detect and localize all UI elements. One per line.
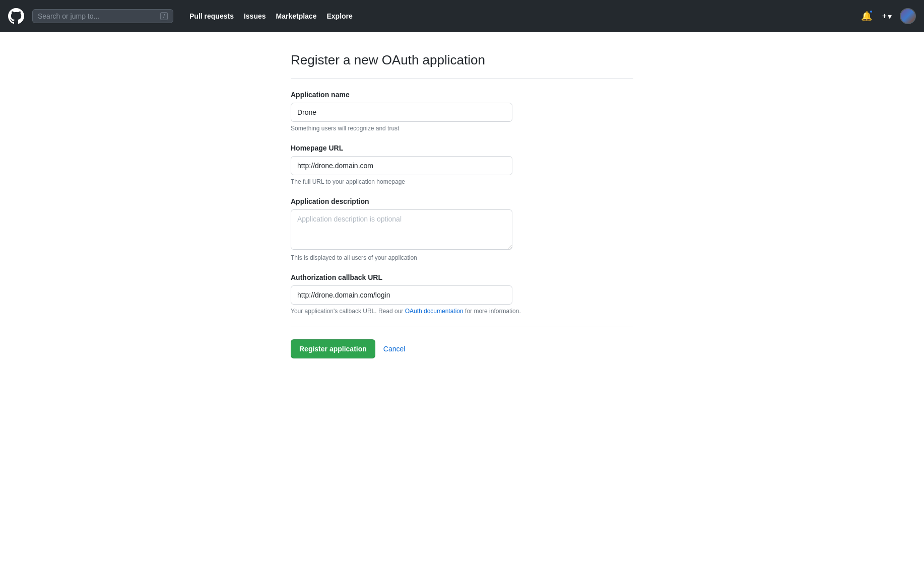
user-menu-button[interactable] — [900, 8, 916, 24]
header-actions: 🔔 + ▾ — [859, 8, 916, 24]
callback-hint-prefix: Your application's callback URL. Read ou… — [291, 308, 405, 315]
plus-icon: + — [882, 12, 887, 21]
form-container: Register a new OAuth application Applica… — [271, 52, 653, 358]
notification-dot — [869, 10, 873, 14]
app-name-input[interactable] — [291, 103, 512, 122]
new-button[interactable]: + ▾ — [878, 10, 896, 23]
description-textarea[interactable] — [291, 209, 512, 250]
homepage-url-hint: The full URL to your application homepag… — [291, 178, 633, 185]
form-actions: Register application Cancel — [291, 339, 633, 358]
github-logo[interactable] — [8, 8, 24, 24]
nav-marketplace[interactable]: Marketplace — [272, 9, 321, 23]
plus-chevron-icon: ▾ — [888, 12, 892, 21]
actions-divider — [291, 327, 633, 327]
callback-url-input[interactable] — [291, 285, 512, 305]
callback-url-hint: Your application's callback URL. Read ou… — [291, 308, 633, 315]
description-hint: This is displayed to all users of your a… — [291, 254, 633, 261]
page-title: Register a new OAuth application — [291, 52, 633, 68]
main-header: / Pull requests Issues Marketplace Explo… — [0, 0, 924, 32]
search-kbd: / — [160, 12, 168, 20]
app-name-hint: Something users will recognize and trust — [291, 125, 633, 132]
avatar — [900, 8, 916, 24]
register-application-button[interactable]: Register application — [291, 339, 375, 358]
callback-url-group: Authorization callback URL Your applicat… — [291, 273, 633, 315]
notifications-button[interactable]: 🔔 — [859, 9, 874, 24]
title-divider — [291, 78, 633, 79]
callback-hint-suffix: for more information. — [464, 308, 521, 315]
app-name-group: Application name Something users will re… — [291, 91, 633, 132]
cancel-button[interactable]: Cancel — [383, 341, 406, 357]
oauth-docs-link[interactable]: OAuth documentation — [405, 308, 464, 315]
description-label: Application description — [291, 197, 633, 205]
main-nav: Pull requests Issues Marketplace Explore — [185, 9, 357, 23]
callback-url-label: Authorization callback URL — [291, 273, 633, 281]
search-input[interactable] — [38, 12, 156, 20]
nav-issues[interactable]: Issues — [240, 9, 270, 23]
main-content: Register a new OAuth application Applica… — [0, 32, 924, 586]
nav-pull-requests[interactable]: Pull requests — [185, 9, 238, 23]
app-name-label: Application name — [291, 91, 633, 99]
homepage-url-group: Homepage URL The full URL to your applic… — [291, 144, 633, 185]
nav-explore[interactable]: Explore — [322, 9, 356, 23]
description-group: Application description This is displaye… — [291, 197, 633, 261]
search-bar[interactable]: / — [32, 9, 173, 23]
homepage-url-input[interactable] — [291, 156, 512, 175]
homepage-url-label: Homepage URL — [291, 144, 633, 152]
